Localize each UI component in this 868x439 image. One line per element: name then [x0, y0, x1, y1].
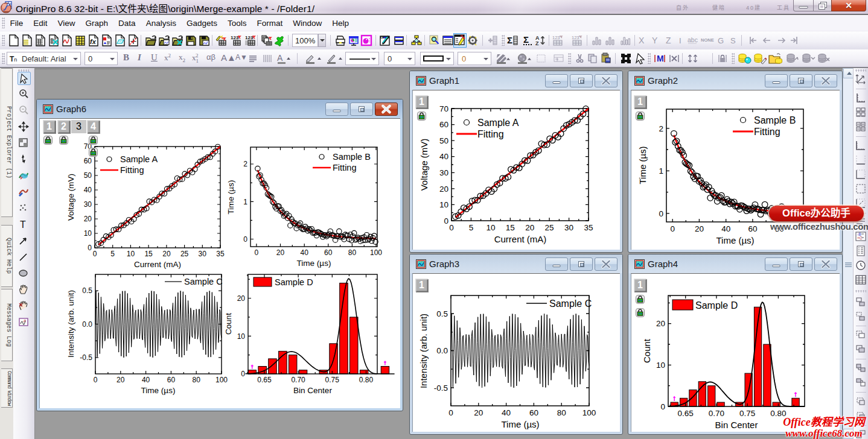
- svg-text:10: 10: [237, 332, 246, 341]
- svg-text:50: 50: [439, 136, 448, 145]
- svg-text:0: 0: [660, 402, 665, 411]
- svg-text:0.75: 0.75: [739, 409, 755, 418]
- svg-text:Intensity (arb. unit): Intensity (arb. unit): [66, 290, 75, 358]
- svg-text:fx: fx: [90, 38, 97, 45]
- svg-text:15: 15: [506, 223, 515, 232]
- svg-text:-0.5: -0.5: [80, 353, 92, 362]
- svg-text:0: 0: [448, 408, 453, 417]
- svg-text:NONE: NONE: [701, 37, 714, 43]
- svg-text:0.0: 0.0: [82, 320, 92, 329]
- svg-text:0: 0: [444, 216, 448, 226]
- svg-text:100: 100: [582, 408, 596, 417]
- svg-text:Sample D: Sample D: [695, 300, 738, 311]
- svg-text:60: 60: [324, 248, 333, 257]
- svg-text:0: 0: [449, 223, 454, 232]
- svg-text:0.0: 0.0: [436, 346, 448, 355]
- svg-text:5: 5: [110, 250, 115, 258]
- svg-text:50: 50: [84, 171, 92, 180]
- svg-text:Fitting: Fitting: [477, 129, 504, 139]
- svg-text:25: 25: [180, 250, 189, 258]
- svg-text:20: 20: [439, 185, 448, 194]
- svg-text:I: I: [679, 36, 681, 45]
- svg-text:Sample C: Sample C: [549, 298, 592, 309]
- svg-text:0.65: 0.65: [257, 376, 272, 384]
- svg-text:0: 0: [88, 244, 92, 252]
- svg-text:123: 123: [245, 35, 254, 40]
- svg-text:Count: Count: [224, 313, 233, 335]
- svg-text:-0.5: -0.5: [434, 384, 448, 393]
- svg-text:Time (µs): Time (µs): [637, 146, 648, 184]
- svg-text:123: 123: [231, 35, 239, 40]
- svg-text:5: 5: [469, 223, 474, 232]
- svg-text:60: 60: [748, 224, 757, 233]
- svg-text:80: 80: [557, 408, 566, 417]
- svg-text:0: 0: [241, 370, 245, 378]
- svg-text:G: G: [718, 36, 724, 45]
- svg-text:Time (µs): Time (µs): [226, 180, 235, 215]
- svg-text:40: 40: [84, 186, 92, 194]
- svg-text:25: 25: [545, 223, 554, 232]
- svg-text:0.70: 0.70: [709, 409, 724, 418]
- svg-text:a: a: [24, 318, 26, 323]
- svg-text:40: 40: [439, 152, 448, 161]
- svg-text:0: 0: [659, 209, 663, 218]
- svg-text:40: 40: [301, 248, 309, 257]
- svg-text:Time (µs): Time (µs): [716, 235, 754, 245]
- svg-text:Bin Center: Bin Center: [293, 386, 332, 395]
- svg-text:10: 10: [656, 361, 665, 370]
- svg-text:20: 20: [84, 215, 92, 223]
- svg-text:0.5: 0.5: [436, 309, 448, 318]
- svg-text:0: 0: [94, 376, 98, 384]
- svg-text:20: 20: [237, 294, 246, 303]
- svg-text:1: 1: [659, 166, 663, 175]
- svg-text:100: 100: [370, 248, 382, 257]
- svg-text:30: 30: [564, 223, 573, 232]
- svg-text:2: 2: [659, 124, 663, 133]
- svg-text:Intensity (arb. unit): Intensity (arb. unit): [418, 314, 429, 388]
- svg-text:Time (µs): Time (µs): [297, 259, 331, 268]
- svg-text:2: 2: [243, 160, 247, 168]
- svg-text:10: 10: [439, 200, 448, 209]
- svg-text:0.70: 0.70: [291, 376, 305, 384]
- svg-text:Voltage (mV): Voltage (mV): [66, 174, 75, 221]
- svg-text:Fitting: Fitting: [333, 163, 357, 172]
- svg-text:10: 10: [84, 229, 92, 238]
- svg-text:70: 70: [439, 104, 448, 113]
- svg-text:40: 40: [721, 224, 730, 233]
- svg-text:30: 30: [199, 250, 207, 258]
- svg-text:20: 20: [656, 319, 665, 328]
- svg-text:60: 60: [167, 376, 176, 384]
- svg-text:60: 60: [529, 408, 538, 417]
- svg-text:0.5: 0.5: [82, 286, 92, 295]
- svg-text:123: 123: [552, 35, 560, 40]
- svg-text:Count: Count: [642, 338, 652, 363]
- svg-text:Time (µs): Time (µs): [501, 419, 539, 429]
- svg-text:Bin Center: Bin Center: [715, 420, 758, 430]
- svg-text:Fitting: Fitting: [754, 127, 780, 137]
- svg-text:123: 123: [572, 35, 579, 40]
- svg-text:Sample A: Sample A: [477, 118, 519, 128]
- svg-text:100: 100: [215, 376, 228, 384]
- svg-text:20: 20: [525, 223, 534, 232]
- svg-text:Fitting: Fitting: [120, 165, 144, 175]
- svg-text:Y: Y: [652, 36, 658, 45]
- svg-text:30: 30: [439, 168, 448, 177]
- svg-text:S: S: [730, 36, 736, 45]
- svg-text:10: 10: [127, 250, 135, 258]
- svg-text:35: 35: [216, 250, 225, 258]
- svg-text:X: X: [639, 36, 645, 45]
- svg-text:abc: abc: [688, 36, 698, 43]
- svg-text:1: 1: [243, 198, 247, 206]
- svg-text:35: 35: [584, 223, 593, 232]
- svg-text:Sample C: Sample C: [184, 277, 223, 286]
- svg-text:20: 20: [162, 250, 171, 258]
- svg-text:0: 0: [255, 248, 259, 257]
- svg-text:40: 40: [502, 408, 511, 417]
- svg-text:Sample A: Sample A: [120, 154, 158, 164]
- svg-text:M: M: [657, 54, 664, 63]
- svg-text:80: 80: [348, 248, 357, 257]
- svg-text:Current (mA): Current (mA): [494, 234, 547, 244]
- svg-text:0.80: 0.80: [359, 376, 374, 384]
- svg-text:0.75: 0.75: [325, 376, 340, 384]
- svg-text:Σ: Σ: [507, 35, 512, 45]
